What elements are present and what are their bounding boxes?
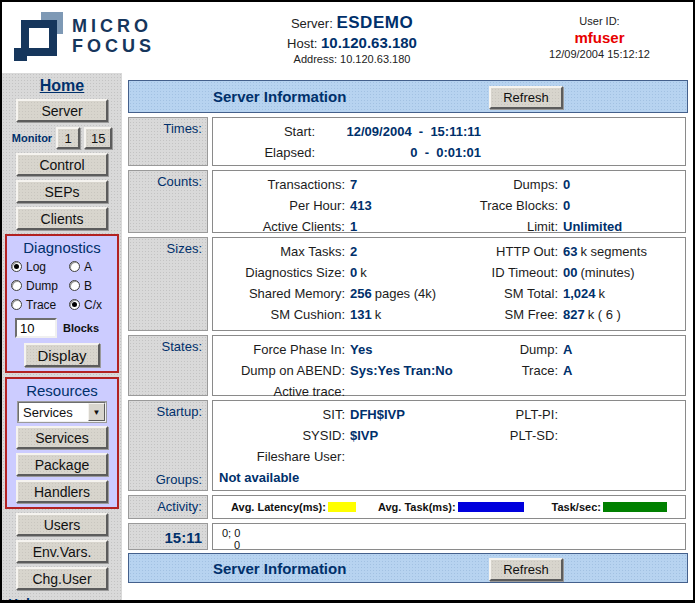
radio-a-label: A bbox=[84, 260, 92, 274]
active-clients-label: Active Clients: bbox=[213, 219, 345, 234]
radio-trace-circle[interactable] bbox=[11, 299, 22, 310]
sizes-row-label: Sizes: bbox=[128, 237, 208, 331]
monitor-label: Monitor bbox=[12, 132, 52, 144]
radio-a[interactable]: A bbox=[69, 259, 113, 274]
radio-trace-label: Trace bbox=[26, 298, 56, 312]
dumps-value: 0 bbox=[558, 177, 685, 192]
refresh-button-top[interactable]: Refresh bbox=[489, 86, 563, 109]
radio-cx[interactable]: C/x bbox=[69, 297, 113, 312]
radio-dump[interactable]: Dump bbox=[11, 278, 69, 293]
services-button[interactable]: Services bbox=[16, 426, 108, 449]
plt-pi-label: PLT-PI: bbox=[468, 407, 558, 422]
micro-focus-logo-icon bbox=[14, 12, 66, 64]
id-timeout-value: 00(minutes) bbox=[558, 265, 685, 280]
startup-line-1: SIT: DFH$IVP PLT-PI: bbox=[213, 404, 685, 425]
sm-free-value: 827k ( 6 ) bbox=[558, 307, 685, 322]
radio-b[interactable]: B bbox=[69, 278, 113, 293]
clients-button[interactable]: Clients bbox=[16, 207, 108, 230]
user-id-label: User ID: bbox=[522, 15, 677, 27]
sizes-line-4: SM Cushion: 131k SM Free: 827k ( 6 ) bbox=[213, 304, 685, 325]
sizes-line-1: Max Tasks: 2 HTTP Out: 63k segments bbox=[213, 241, 685, 262]
max-tasks-value: 2 bbox=[345, 244, 468, 259]
server-button[interactable]: Server bbox=[16, 99, 108, 122]
users-button[interactable]: Users bbox=[16, 513, 108, 536]
monitor-15-button[interactable]: 15 bbox=[84, 127, 112, 149]
control-button[interactable]: Control bbox=[16, 153, 108, 176]
host-label: Host: bbox=[287, 36, 317, 51]
diagnostics-title: Diagnostics bbox=[9, 239, 115, 256]
sm-cushion-value: 131k bbox=[345, 307, 468, 322]
start-value: 12/09/2004 - 15:11:11 bbox=[315, 124, 481, 139]
radio-log[interactable]: Log bbox=[11, 259, 69, 274]
startup-row-label: Startup: Groups: bbox=[128, 400, 208, 491]
trace-blocks-value: 0 bbox=[558, 198, 685, 213]
active-clients-value: 1 bbox=[345, 219, 468, 234]
shared-memory-label: Shared Memory: bbox=[213, 286, 345, 301]
home-link[interactable]: Home bbox=[2, 77, 122, 95]
per-hour-label: Per Hour: bbox=[213, 198, 345, 213]
diagnostics-radio-group: Log A Dump B Trace bbox=[9, 259, 115, 312]
address-label: Address: bbox=[294, 53, 337, 65]
radio-log-label: Log bbox=[26, 260, 46, 274]
host-value: 10.120.63.180 bbox=[321, 34, 417, 51]
seps-button[interactable]: SEPs bbox=[16, 180, 108, 203]
server-identity: Server: ESDEMO Host: 10.120.63.180 Addre… bbox=[227, 13, 477, 65]
groups-line: Not available bbox=[213, 467, 685, 487]
diagnostics-size-label: Diagnostics Size: bbox=[213, 265, 345, 280]
task-per-sec-swatch bbox=[603, 502, 667, 512]
radio-trace[interactable]: Trace bbox=[11, 297, 69, 312]
activity-legend: Avg. Latency(ms): Avg. Task(ms): Task/se… bbox=[213, 499, 685, 515]
elapsed-label: Elapsed: bbox=[213, 145, 315, 160]
envvars-button[interactable]: Env.Vars. bbox=[16, 540, 108, 563]
micro-focus-es-admin-window: MICRO FOCUS Server: ESDEMO Host: 10.120.… bbox=[0, 0, 695, 603]
dump-state-label: Dump: bbox=[468, 342, 558, 357]
avg-latency-swatch bbox=[328, 502, 356, 512]
radio-cx-label: C/x bbox=[84, 298, 102, 312]
resources-select[interactable]: Services ▼ bbox=[18, 402, 106, 422]
micro-focus-logo: MICRO FOCUS bbox=[14, 10, 164, 66]
elapsed-value: 0 - 0:01:01 bbox=[315, 145, 481, 160]
refresh-button-bottom[interactable]: Refresh bbox=[489, 558, 563, 581]
task-per-sec-label: Task/sec: bbox=[552, 501, 601, 513]
radio-log-circle[interactable] bbox=[11, 261, 22, 272]
chguser-button[interactable]: Chg.User bbox=[16, 567, 108, 590]
groups-label: Groups: bbox=[129, 472, 202, 487]
http-out-value: 63k segments bbox=[558, 244, 685, 259]
counts-row-label: Counts: bbox=[128, 170, 208, 233]
trace-blocks-label: Trace Blocks: bbox=[468, 198, 558, 213]
activity-values-line1: 0; 0 bbox=[213, 527, 685, 539]
help-heading: Help bbox=[2, 596, 122, 601]
header: MICRO FOCUS Server: ESDEMO Host: 10.120.… bbox=[2, 2, 693, 73]
radio-dump-circle[interactable] bbox=[11, 280, 22, 291]
sizes-row-content: Max Tasks: 2 HTTP Out: 63k segments Diag… bbox=[212, 237, 686, 331]
sm-total-value: 1,024k bbox=[558, 286, 685, 301]
limit-value: Unlimited bbox=[558, 219, 685, 234]
server-information-bottom-bar: Server Information Refresh bbox=[128, 553, 688, 583]
chevron-down-icon[interactable]: ▼ bbox=[88, 403, 105, 421]
states-row-label: States: bbox=[128, 335, 208, 396]
per-hour-value: 413 bbox=[345, 198, 468, 213]
radio-a-circle[interactable] bbox=[69, 261, 80, 272]
limit-label: Limit: bbox=[468, 219, 558, 234]
server-line: Server: ESDEMO bbox=[227, 13, 477, 33]
blocks-row: Blocks bbox=[15, 317, 115, 339]
plt-sd-label: PLT-SD: bbox=[468, 428, 558, 443]
blocks-input[interactable] bbox=[15, 318, 57, 338]
trace-state-value: A bbox=[558, 363, 685, 378]
package-button[interactable]: Package bbox=[16, 453, 108, 476]
activity-values-line2: 0 bbox=[213, 539, 685, 551]
monitor-1-button[interactable]: 1 bbox=[56, 127, 80, 149]
host-line: Host: 10.120.63.180 bbox=[227, 34, 477, 51]
sysid-label: SYSID: bbox=[213, 428, 345, 443]
radio-cx-circle[interactable] bbox=[69, 299, 80, 310]
diagnostics-panel: Diagnostics Log A Dump B bbox=[5, 234, 119, 373]
times-row-content: Start: 12/09/2004 - 15:11:11 Elapsed: 0 … bbox=[212, 117, 686, 166]
logo-line2: FOCUS bbox=[72, 36, 155, 56]
dump-state-value: A bbox=[558, 342, 685, 357]
sit-label: SIT: bbox=[213, 407, 345, 422]
diagnostics-size-value: 0k bbox=[345, 265, 468, 280]
display-button[interactable]: Display bbox=[24, 343, 100, 367]
activity-time-label: 15:11 bbox=[128, 523, 208, 550]
handlers-button[interactable]: Handlers bbox=[16, 480, 108, 503]
radio-b-circle[interactable] bbox=[69, 280, 80, 291]
